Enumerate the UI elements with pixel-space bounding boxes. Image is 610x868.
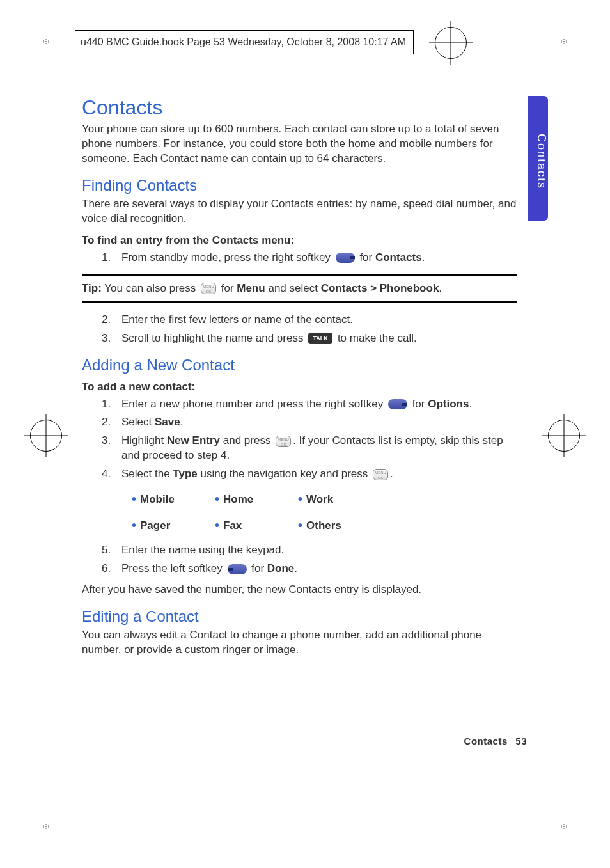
type-option: Fax (215, 518, 298, 533)
registration-mark-icon (548, 420, 580, 452)
adding-outro: After you have saved the number, the new… (82, 583, 517, 597)
list-item: Enter a new phone number and press the r… (114, 397, 517, 412)
finding-subhead: To find an entry from the Contacts menu: (82, 234, 517, 247)
type-options-grid: Mobile Home Work Pager Fax Others (132, 492, 517, 533)
type-option: Work (298, 492, 381, 507)
crop-mark-icon (33, 814, 59, 839)
right-softkey-icon (336, 253, 355, 263)
section-heading-editing: Editing a Contact (82, 608, 517, 626)
page-content: Contacts Your phone can store up to 600 … (82, 96, 517, 665)
finding-intro: There are several ways to display your C… (82, 197, 517, 226)
crop-mark-icon (33, 29, 59, 54)
page-footer: Contacts 53 (464, 736, 527, 746)
list-item: Highlight New Entry and press MENUOK. If… (114, 434, 517, 463)
type-option: Others (298, 518, 381, 533)
list-item: Select Save. (114, 415, 517, 430)
list-item: Press the left softkey for Done. (114, 562, 517, 576)
page-title: Contacts (82, 96, 517, 120)
registration-mark-icon (30, 420, 62, 452)
list-item: Select the Type using the navigation key… (114, 467, 517, 482)
adding-steps-cont: Enter the name using the keypad. Press t… (114, 543, 517, 576)
list-item: From standby mode, press the right softk… (114, 251, 517, 265)
footer-section: Contacts (464, 736, 508, 746)
left-softkey-icon (228, 564, 247, 574)
section-tab: Contacts (528, 96, 548, 221)
menu-ok-key-icon: MENUOK (373, 469, 388, 480)
menu-ok-key-icon: MENUOK (276, 436, 291, 447)
right-softkey-icon (388, 399, 407, 409)
tip-block: Tip: You can also press MENUOK for Menu … (82, 274, 517, 303)
type-option: Mobile (132, 492, 215, 507)
adding-subhead: To add a new contact: (82, 381, 517, 393)
intro-paragraph: Your phone can store up to 600 numbers. … (82, 122, 517, 166)
list-item: Scroll to highlight the name and press T… (114, 331, 517, 346)
type-option: Home (215, 492, 298, 507)
talk-key-icon: TALK (308, 333, 332, 344)
list-item: Enter the name using the keypad. (114, 543, 517, 558)
footer-page-number: 53 (515, 736, 527, 746)
document-header: u440 BMC Guide.book Page 53 Wednesday, O… (75, 30, 414, 54)
finding-steps: From standby mode, press the right softk… (114, 251, 517, 265)
list-item: Enter the first few letters or name of t… (114, 313, 517, 327)
section-heading-adding: Adding a New Contact (82, 356, 517, 374)
crop-mark-icon (551, 814, 577, 839)
editing-intro: You can always edit a Contact to change … (82, 628, 517, 658)
type-option: Pager (132, 518, 215, 533)
crop-mark-icon (551, 29, 577, 54)
section-heading-finding: Finding Contacts (82, 177, 517, 194)
finding-steps-cont: Enter the first few letters or name of t… (114, 313, 517, 346)
menu-ok-key-icon: MENUOK (201, 283, 216, 294)
adding-steps: Enter a new phone number and press the r… (114, 397, 517, 482)
registration-mark-icon (435, 27, 467, 59)
